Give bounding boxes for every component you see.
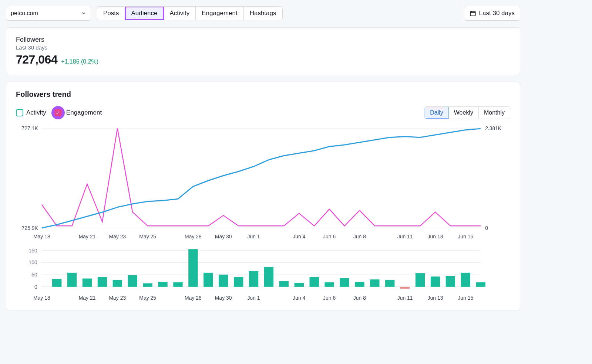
svg-text:May 23: May 23: [109, 295, 126, 301]
toggle-activity-label: Activity: [26, 109, 46, 116]
stat-label: Followers: [16, 36, 510, 44]
svg-text:0: 0: [485, 225, 488, 231]
top-toolbar: petco.com Posts Audience Activity Engage…: [6, 6, 520, 21]
svg-text:725.9K: 725.9K: [22, 225, 38, 231]
svg-rect-41: [249, 271, 258, 287]
svg-rect-35: [158, 282, 167, 287]
svg-text:0: 0: [34, 284, 37, 290]
svg-text:May 25: May 25: [139, 234, 156, 239]
svg-text:Jun 4: Jun 4: [293, 234, 305, 239]
tab-hashtags[interactable]: Hashtags: [244, 7, 282, 20]
svg-text:Jun 1: Jun 1: [247, 295, 260, 301]
svg-text:May 28: May 28: [185, 295, 202, 301]
tab-posts[interactable]: Posts: [97, 7, 125, 20]
svg-rect-51: [400, 287, 410, 289]
svg-rect-37: [188, 249, 198, 287]
svg-rect-44: [295, 283, 304, 286]
svg-text:727.1K: 727.1K: [22, 125, 38, 131]
main-tabs: Posts Audience Activity Engagement Hasht…: [97, 6, 283, 20]
svg-rect-50: [385, 280, 394, 287]
checkbox-checked-icon: ✓: [54, 109, 62, 116]
svg-rect-28: [52, 279, 61, 287]
svg-rect-0: [470, 11, 475, 16]
line-chart: 727.1K725.9K2.381K0May 18May 21May 23May…: [16, 125, 510, 243]
svg-text:Jun 11: Jun 11: [397, 234, 413, 239]
svg-text:May 30: May 30: [215, 295, 232, 301]
svg-rect-46: [324, 282, 334, 287]
svg-rect-30: [83, 279, 92, 287]
toggle-engagement[interactable]: ✓ Engagement: [51, 106, 102, 119]
svg-rect-52: [416, 273, 425, 287]
svg-rect-29: [67, 273, 77, 287]
svg-rect-47: [340, 278, 349, 287]
svg-text:May 18: May 18: [33, 295, 50, 301]
svg-rect-56: [476, 282, 485, 287]
svg-rect-39: [219, 275, 228, 287]
svg-rect-53: [431, 276, 440, 287]
trend-title: Followers trend: [16, 90, 510, 99]
stat-value: 727,064: [16, 53, 57, 67]
svg-rect-54: [446, 276, 455, 287]
svg-text:May 23: May 23: [109, 234, 126, 239]
svg-text:100: 100: [29, 259, 38, 265]
svg-text:2.381K: 2.381K: [485, 125, 502, 131]
svg-text:Jun 8: Jun 8: [353, 234, 366, 239]
tab-engagement[interactable]: Engagement: [196, 7, 243, 20]
svg-text:Jun 8: Jun 8: [353, 295, 366, 301]
svg-text:50: 50: [31, 272, 37, 278]
svg-rect-40: [234, 277, 243, 287]
svg-rect-32: [113, 280, 122, 287]
svg-rect-33: [128, 275, 137, 286]
followers-trend-card: Followers trend Activity ✓ Engagement Da…: [6, 82, 520, 310]
tab-activity[interactable]: Activity: [164, 7, 196, 20]
svg-rect-43: [279, 281, 289, 287]
svg-text:May 18: May 18: [33, 234, 50, 239]
date-range-label: Last 30 days: [479, 10, 515, 17]
granularity-tabs: Daily Weekly Monthly: [424, 106, 510, 119]
highlight-ring-icon: ✓: [51, 106, 65, 119]
followers-stat-card: Followers Last 30 days 727,064 +1,185 (0…: [6, 27, 520, 75]
domain-select[interactable]: petco.com: [6, 6, 91, 21]
stat-sublabel: Last 30 days: [16, 44, 510, 51]
chevron-down-icon: [81, 11, 86, 16]
svg-text:Jun 11: Jun 11: [397, 295, 413, 301]
svg-text:May 25: May 25: [139, 295, 156, 301]
svg-rect-31: [98, 277, 107, 287]
date-range-select[interactable]: Last 30 days: [464, 6, 520, 21]
svg-rect-45: [310, 277, 319, 287]
gran-monthly[interactable]: Monthly: [479, 107, 510, 119]
gran-daily[interactable]: Daily: [425, 107, 449, 119]
svg-text:Jun 6: Jun 6: [323, 295, 336, 301]
svg-text:May 21: May 21: [79, 234, 96, 239]
calendar-icon: [470, 10, 476, 17]
svg-text:May 28: May 28: [185, 234, 202, 239]
svg-rect-34: [143, 283, 152, 287]
toggle-engagement-label: Engagement: [66, 109, 102, 116]
bar-chart: 050100150May 18May 21May 23May 25May 28M…: [16, 246, 510, 302]
svg-text:Jun 13: Jun 13: [428, 295, 443, 301]
svg-text:May 30: May 30: [215, 234, 232, 239]
checkbox-icon: [16, 109, 23, 116]
svg-text:Jun 4: Jun 4: [293, 295, 305, 301]
svg-text:Jun 15: Jun 15: [458, 295, 473, 301]
svg-text:Jun 15: Jun 15: [458, 234, 473, 239]
stat-delta: +1,185 (0.2%): [61, 58, 98, 65]
svg-rect-49: [370, 279, 379, 287]
domain-select-value: petco.com: [11, 10, 38, 17]
tab-audience[interactable]: Audience: [125, 7, 164, 20]
svg-rect-48: [355, 282, 364, 287]
gran-weekly[interactable]: Weekly: [449, 107, 479, 119]
svg-rect-38: [204, 273, 213, 287]
legend-toggles: Activity ✓ Engagement: [16, 106, 102, 119]
svg-rect-42: [264, 267, 273, 287]
toggle-activity[interactable]: Activity: [16, 109, 46, 116]
svg-rect-36: [173, 282, 182, 287]
svg-rect-55: [461, 273, 470, 287]
svg-text:150: 150: [29, 248, 38, 254]
svg-text:Jun 13: Jun 13: [428, 234, 443, 239]
svg-text:May 21: May 21: [79, 295, 96, 301]
svg-text:Jun 1: Jun 1: [247, 234, 260, 239]
svg-text:Jun 6: Jun 6: [323, 234, 336, 239]
